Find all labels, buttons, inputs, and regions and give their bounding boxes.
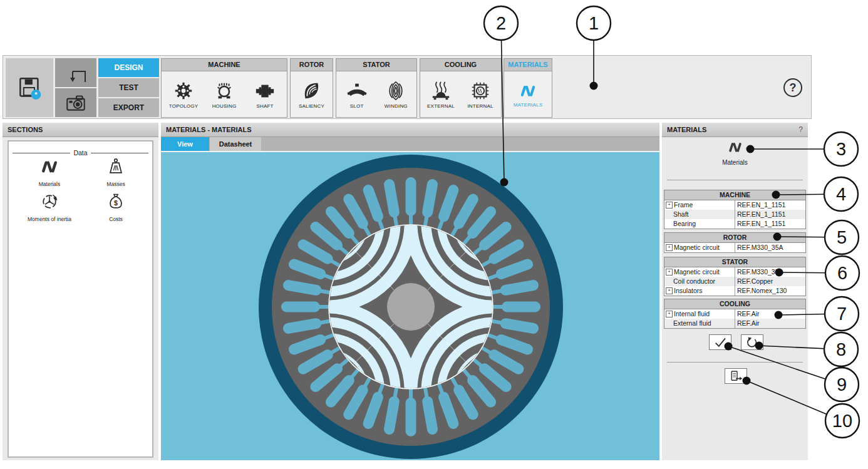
- reset-button[interactable]: [741, 334, 763, 350]
- callout-number: 9: [837, 374, 847, 394]
- table-title: COOLING: [664, 299, 805, 309]
- material-value[interactable]: REF.M330_35A: [735, 267, 805, 277]
- saliency-icon: [301, 80, 323, 101]
- table-row[interactable]: Shaft REF.EN_1_1151: [664, 210, 805, 219]
- table-row[interactable]: Magnetic circuit REF.M330_35A: [664, 243, 805, 252]
- tab-datasheet[interactable]: Datasheet: [210, 137, 261, 151]
- save-icon: *: [16, 74, 43, 101]
- material-value[interactable]: REF.Copper: [735, 277, 805, 286]
- heat-waves-icon: [430, 80, 452, 101]
- materials-properties-panel: MATERIALS ? Materials MACHINE Frame REF.…: [662, 123, 808, 460]
- table-row[interactable]: Bearing REF.EN_1_1151: [664, 219, 805, 229]
- housing-icon: [214, 80, 235, 101]
- inertia-icon: [39, 192, 60, 212]
- callout-number: 8: [836, 339, 846, 359]
- tab-design[interactable]: DESIGN: [98, 58, 159, 77]
- tool-label: SLOT: [350, 103, 364, 109]
- table-row[interactable]: Magnetic circuit REF.M330_35A: [664, 267, 805, 277]
- view-tabbar: View Datasheet: [161, 137, 659, 151]
- export-report-button[interactable]: [725, 368, 747, 384]
- table-machine: MACHINE Frame REF.EN_1_1151 Shaft REF.EN…: [664, 190, 806, 229]
- tool-label: SALIENCY: [299, 103, 324, 109]
- money-bag-icon: $: [105, 192, 127, 212]
- internal-cooling-icon: [470, 80, 491, 101]
- section-item-moments-of-inertia[interactable]: Moments of inertia: [16, 192, 83, 222]
- tool-label: MATERIALS: [514, 102, 543, 108]
- tab-test[interactable]: TEST: [98, 78, 159, 97]
- toolbar-group-stator: STATOR SLOT: [336, 58, 417, 118]
- tool-topology[interactable]: TOPOLOGY: [165, 80, 202, 109]
- tool-saliency[interactable]: SALIENCY: [293, 80, 331, 109]
- group-title-cooling: COOLING: [420, 59, 501, 71]
- callout-circle: [825, 297, 859, 331]
- weight-icon: [105, 157, 127, 177]
- tab-view[interactable]: View: [161, 137, 209, 151]
- camera-icon: [64, 91, 88, 115]
- winding-icon: [385, 80, 406, 101]
- materials-logo-icon: [39, 157, 60, 177]
- section-item-costs[interactable]: $ Costs: [83, 192, 149, 222]
- callout-number: 3: [836, 139, 846, 159]
- apply-button[interactable]: [709, 334, 731, 350]
- table-title: STATOR: [664, 257, 805, 267]
- sections-panel: SECTIONS Data Materials: [3, 123, 158, 460]
- expand-icon[interactable]: [666, 287, 673, 294]
- table-rotor: ROTOR Magnetic circuit REF.M330_35A: [664, 232, 806, 253]
- tool-shaft[interactable]: SHAFT: [246, 80, 284, 109]
- table-row[interactable]: Coil conductor REF.Copper: [664, 277, 805, 286]
- tool-cooling-external[interactable]: EXTERNAL: [422, 80, 460, 109]
- tab-export[interactable]: EXPORT: [98, 98, 159, 117]
- section-item-masses[interactable]: Masses: [83, 157, 149, 187]
- material-value[interactable]: REF.EN_1_1151: [735, 210, 805, 219]
- expand-icon[interactable]: [666, 269, 673, 276]
- callout-number: 2: [496, 13, 506, 33]
- tool-cooling-internal[interactable]: INTERNAL: [462, 80, 499, 109]
- save-button[interactable]: *: [6, 58, 53, 117]
- callout-number: 7: [837, 304, 847, 324]
- tool-slot[interactable]: SLOT: [338, 80, 376, 109]
- tool-label: SHAFT: [256, 103, 273, 109]
- table-row[interactable]: Insulators REF.Nomex_130: [664, 286, 805, 296]
- panel-help-icon[interactable]: ?: [798, 123, 803, 137]
- tool-materials[interactable]: MATERIALS: [509, 81, 547, 108]
- svg-text:$: $: [114, 199, 118, 207]
- material-value[interactable]: REF.M330_35A: [735, 243, 805, 252]
- callout-number: 6: [837, 263, 847, 283]
- section-item-label: Moments of inertia: [16, 216, 83, 222]
- motor-view-canvas[interactable]: [161, 151, 659, 460]
- group-title-materials: MATERIALS: [504, 59, 552, 71]
- group-title-stator: STATOR: [336, 59, 416, 71]
- toolbar-group-materials: MATERIALS MATERIALS: [504, 58, 552, 118]
- gear-icon: [173, 80, 194, 101]
- materials-logo-icon: [726, 139, 745, 155]
- tool-winding[interactable]: WINDING: [377, 80, 415, 109]
- material-value[interactable]: REF.EN_1_1151: [735, 200, 805, 210]
- table-row[interactable]: Frame REF.EN_1_1151: [664, 200, 805, 210]
- tool-label: INTERNAL: [467, 103, 493, 109]
- divider: [667, 362, 803, 363]
- material-value[interactable]: REF.Air: [735, 319, 805, 328]
- tool-label: TOPOLOGY: [169, 103, 198, 109]
- expand-icon[interactable]: [666, 202, 673, 209]
- expand-icon[interactable]: [666, 311, 673, 317]
- top-toolbar: * DESIGN TEST EXPORT MACHINE: [3, 55, 812, 119]
- tool-label: HOUSING: [212, 103, 237, 109]
- callout-circle: [825, 220, 859, 254]
- material-value[interactable]: REF.EN_1_1151: [735, 219, 805, 229]
- help-icon[interactable]: ?: [783, 78, 802, 97]
- load-arrow-button[interactable]: [55, 58, 96, 87]
- material-value[interactable]: REF.Air: [735, 309, 805, 319]
- material-value[interactable]: REF.Nomex_130: [735, 286, 805, 296]
- callout-circle: [577, 6, 611, 40]
- slot-icon: [346, 80, 368, 101]
- screenshot-button[interactable]: [55, 88, 96, 117]
- expand-icon[interactable]: [666, 244, 673, 251]
- corner-arrow-icon: [65, 61, 87, 84]
- table-row[interactable]: External fluid REF.Air: [664, 319, 805, 328]
- data-groupbox: Data Materials: [8, 140, 153, 458]
- check-icon: [713, 337, 727, 348]
- materials-panel-icon: Materials: [662, 139, 808, 166]
- table-row[interactable]: Internal fluid REF.Air: [664, 309, 805, 319]
- tool-housing[interactable]: HOUSING: [205, 80, 243, 109]
- section-item-materials[interactable]: Materials: [16, 157, 83, 187]
